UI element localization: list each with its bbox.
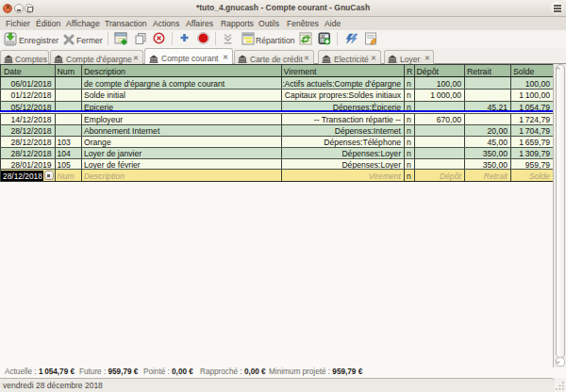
svg-text:31: 31 bbox=[321, 34, 325, 39]
